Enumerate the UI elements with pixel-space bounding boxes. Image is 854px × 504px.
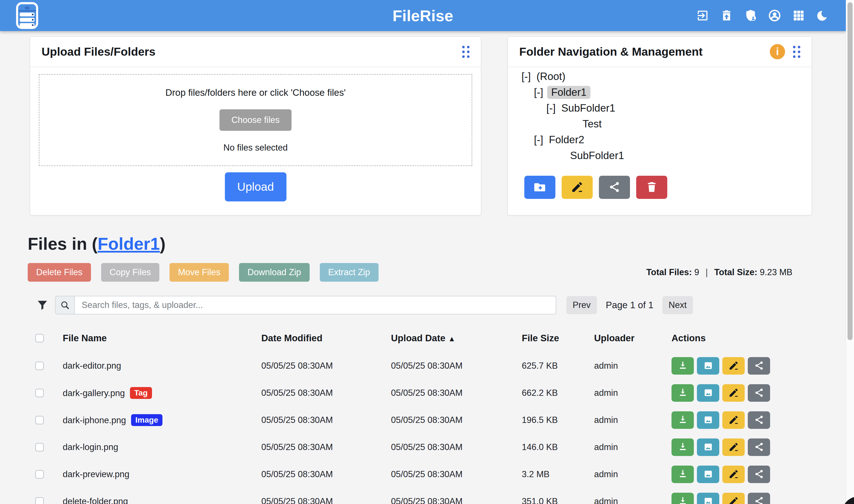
row-checkbox[interactable] [35,497,44,504]
edit-button[interactable] [722,357,745,375]
user-profile-icon[interactable] [768,9,781,22]
extract-zip-button[interactable]: Extract Zip [320,263,379,282]
column-file-name[interactable]: File Name [63,333,107,344]
share-button[interactable] [748,438,770,456]
admin-shield-icon[interactable] [744,9,757,22]
copy-files-button[interactable]: Copy Files [101,263,159,282]
filerise-logo-icon[interactable] [13,1,41,30]
tree-folder-label[interactable]: SubFolder1 [560,102,617,115]
tree-toggle[interactable]: [-] [546,102,556,114]
row-checkbox[interactable] [35,416,44,424]
preview-image-button[interactable] [697,411,719,429]
download-button[interactable] [672,384,694,402]
download-button[interactable] [672,466,694,483]
delete-files-button[interactable]: Delete Files [28,263,91,282]
tree-folder-label[interactable]: Folder1 [547,86,590,99]
files-heading-suffix: ) [160,234,166,253]
tree-item[interactable]: Test [522,116,803,132]
file-dropzone[interactable]: Drop files/folders here or click 'Choose… [39,74,472,166]
edit-button[interactable] [722,384,745,402]
share-icon [754,442,764,453]
share-button[interactable] [748,466,770,483]
create-folder-button[interactable] [524,176,556,199]
tree-item[interactable]: [-]Folder2 [522,132,803,148]
share-folder-button[interactable] [599,176,630,199]
edit-button[interactable] [722,411,745,429]
column-upload-date[interactable]: Upload Date▲ [391,333,455,344]
info-icon[interactable]: i [770,44,785,59]
tree-folder-label[interactable]: Test [581,118,603,130]
select-all-checkbox[interactable] [35,334,44,342]
tree-folder-label[interactable]: SubFolder1 [568,149,626,162]
delete-folder-button[interactable] [636,176,667,199]
share-button[interactable] [748,493,770,504]
edit-button[interactable] [722,493,745,504]
grid-view-icon[interactable] [792,9,805,22]
download-button[interactable] [672,493,694,504]
row-checkbox[interactable] [35,470,44,479]
tree-item[interactable]: SubFolder1 [522,148,803,164]
folder-card-header: Folder Navigation & Management i [508,37,812,67]
restore-trash-icon[interactable] [720,9,733,22]
upload-date-cell: 05/05/25 08:30AM [391,469,462,480]
share-button[interactable] [748,384,770,402]
move-files-button[interactable]: Move Files [169,263,229,282]
column-file-size[interactable]: File Size [522,333,559,344]
folder-navigation-card: Folder Navigation & Management i [-](Roo… [508,36,812,215]
filter-icon[interactable] [36,299,49,312]
file-name-cell: dark-login.png [63,442,118,452]
download-button[interactable] [672,411,694,429]
date-modified-cell: 05/05/25 08:30AM [261,361,333,371]
download-zip-button[interactable]: Download Zip [239,263,310,282]
download-icon [677,442,688,453]
tree-item[interactable]: [-]SubFolder1 [522,100,803,116]
tree-item[interactable]: [-]Folder1 [522,85,803,100]
current-folder-link[interactable]: Folder1 [97,234,160,253]
folder-card-title: Folder Navigation & Management [519,45,703,58]
date-modified-cell: 05/05/25 08:30AM [261,497,333,504]
preview-image-button[interactable] [697,384,719,402]
tree-item[interactable]: [-](Root) [522,69,803,85]
tree-folder-label[interactable]: (Root) [535,70,567,83]
column-date-modified[interactable]: Date Modified [261,333,322,344]
tree-toggle[interactable]: [-] [534,134,543,146]
preview-image-button[interactable] [697,357,719,375]
table-row: dark-gallery.pngTag 05/05/25 08:30AM 05/… [0,379,846,407]
edit-button[interactable] [722,438,745,456]
tree-toggle[interactable]: [-] [522,71,531,83]
preview-image-icon [703,469,714,480]
prev-page-button[interactable]: Prev [566,296,597,314]
download-button[interactable] [672,438,694,456]
dark-mode-icon[interactable] [816,9,830,22]
column-uploader[interactable]: Uploader [594,333,635,344]
edit-button[interactable] [722,466,745,483]
row-checkbox[interactable] [35,443,44,451]
upload-date-cell: 05/05/25 08:30AM [391,497,462,504]
choose-files-button[interactable]: Choose files [219,109,292,131]
preview-image-button[interactable] [697,438,719,456]
share-button[interactable] [748,357,770,375]
preview-image-button[interactable] [697,493,719,504]
file-size-cell: 351.0 KB [522,497,558,504]
preview-image-button[interactable] [697,466,719,483]
row-checkbox[interactable] [35,389,44,397]
share-button[interactable] [748,411,770,429]
download-icon [677,496,688,504]
file-table: File Name Date Modified Upload Date▲ Fil… [0,324,846,504]
scrollbar-track[interactable] [846,0,854,504]
scrollbar-thumb[interactable] [848,2,853,340]
drag-handle-icon[interactable] [793,46,800,58]
tree-folder-label[interactable]: Folder2 [547,133,586,146]
tree-toggle[interactable]: [-] [534,87,543,98]
download-button[interactable] [672,357,694,375]
search-input[interactable] [74,296,556,314]
logout-icon[interactable] [696,9,709,22]
table-row: dark-login.png 05/05/25 08:30AM 05/05/25… [0,434,846,461]
row-checkbox[interactable] [35,362,44,370]
next-page-button[interactable]: Next [662,296,693,314]
drag-handle-icon[interactable] [462,46,470,58]
file-name-cell: dark-preview.png [63,469,129,480]
rename-folder-button[interactable] [562,176,593,199]
preview-image-icon [703,496,714,504]
upload-button[interactable]: Upload [225,172,287,201]
